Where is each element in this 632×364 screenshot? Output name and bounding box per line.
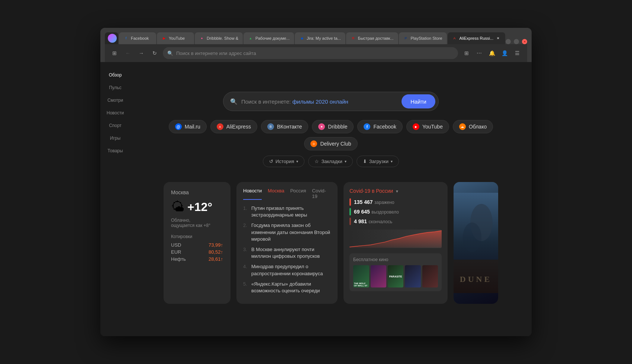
main-menu-icon[interactable]: ☰ (512, 48, 523, 59)
tab-docs[interactable]: ▲ Рабочие докуме... (244, 32, 294, 44)
ali-tab-icon: A (452, 36, 457, 41)
quick-link-delivery[interactable]: D Delivery Club (304, 137, 357, 150)
dribbble-icon: ● (318, 123, 325, 130)
quick-link-aliexpress[interactable]: A AliExpress (210, 120, 257, 133)
tab-yandex[interactable]: Я Быстрая доставк... (346, 32, 398, 44)
poster-other[interactable] (422, 265, 438, 287)
tab-close-icon[interactable]: ✕ (496, 36, 501, 41)
tab-dribbble[interactable]: ● Dribbble. Show & (195, 32, 243, 44)
extensions-icon[interactable]: ⊞ (461, 48, 472, 59)
quick-link-dribbble[interactable]: ● Dribbble (312, 120, 354, 133)
back-button[interactable]: ← (123, 48, 133, 58)
eur-label: EUR (171, 249, 181, 255)
deaths-info: 4 981 скончалось (354, 218, 392, 225)
recovered-dot (349, 208, 351, 215)
bookmarks-button[interactable]: ☆ Закладки ▾ (308, 156, 352, 167)
covid-stat-recovered: 69 645 выздоровело (349, 208, 442, 215)
news-tab-russia[interactable]: Россия (290, 188, 306, 200)
news-tab-covid[interactable]: Covid-19 (312, 188, 331, 200)
quick-link-facebook[interactable]: f Facebook (357, 120, 402, 133)
more-menu-icon[interactable]: ⋯ (474, 48, 485, 59)
sidebar-item-sport[interactable]: Спорт (100, 120, 130, 131)
quick-link-vk-label: ВКонтакте (277, 124, 302, 130)
tab-yandex-label: Быстрая доставк... (358, 36, 394, 40)
quick-link-youtube[interactable]: ▶ YouTube (406, 120, 449, 133)
tab-jira[interactable]: ◆ Jira: My active ta... (295, 32, 345, 44)
list-item[interactable]: 4. Минздрав предупредил о распространени… (243, 263, 331, 277)
tab-facebook[interactable]: f Facebook (119, 32, 156, 44)
address-bar[interactable]: 🔍 Поиск в интернете или адрес сайта (163, 47, 458, 59)
address-row: ⊞ ← → ↻ 🔍 Поиск в интернете или адрес са… (105, 44, 527, 62)
svg-point-2 (463, 222, 481, 252)
movie-poster-dune[interactable]: DUNE (454, 182, 498, 304)
sidebar-item-watch[interactable]: Смотри (100, 95, 130, 106)
list-item[interactable]: 5. «Яндекс.Карты» добавили возможность о… (243, 281, 331, 294)
poster-wolf-of-wallstreet[interactable]: THE WOLF OF WALL ST (353, 265, 369, 287)
browser-window: f Facebook ▶ YouTube ● Dribbble. Show & … (100, 28, 532, 336)
history-button[interactable]: ↺ История ▾ (263, 156, 304, 167)
recovered-num: 69 645 (354, 209, 370, 215)
tab-playstation[interactable]: P PlayStation Store (399, 32, 447, 44)
quick-link-dribbble-label: Dribbble (328, 124, 347, 130)
quick-link-vk[interactable]: В ВКонтакте (261, 120, 308, 133)
tab-aliexpress[interactable]: A AliExpress Russi... ✕ (448, 32, 506, 44)
poster-parasite-text: PARASITE (389, 275, 402, 278)
oil-value: 28,61↑ (209, 256, 223, 262)
covid-chevron-icon[interactable]: ▾ (396, 189, 398, 194)
news-list: 1. Путин призвал принять экстраординарны… (243, 205, 331, 294)
account-icon[interactable]: 👤 (499, 48, 510, 59)
tab-arc[interactable] (105, 32, 118, 44)
oil-label: Нефть (171, 256, 186, 262)
search-input[interactable]: Поиск в интернете: фильмы 2020 онлайн (241, 98, 398, 105)
news-num-5: 5. (243, 281, 248, 294)
notifications-icon[interactable]: 🔔 (486, 48, 497, 59)
browser-content: Обзор Пульс Смотри Новости Спорт Игры То… (100, 62, 532, 336)
address-text: Поиск в интернете или адрес сайта (176, 51, 256, 56)
news-num-2: 2. (243, 222, 248, 243)
list-item[interactable]: 3. В Москве аннулируют почти миллион циф… (243, 246, 331, 260)
search-icon: 🔍 (230, 98, 238, 105)
quick-link-facebook-label: Facebook (373, 124, 396, 130)
sidebar-item-pulse[interactable]: Пульс (100, 82, 130, 93)
downloads-button[interactable]: ⬇ Загрузки ▾ (357, 156, 399, 167)
history-chevron: ▾ (296, 159, 298, 163)
covid-title-text: Covid-19 в России (349, 188, 393, 194)
history-row: ↺ История ▾ ☆ Закладки ▾ ⬇ Загрузки ▾ (263, 156, 399, 167)
weather-city: Москва (171, 189, 223, 195)
minimize-button[interactable] (506, 39, 511, 44)
deaths-label: скончалось (369, 219, 393, 224)
sidebar-item-overview[interactable]: Обзор (100, 69, 130, 81)
list-item[interactable]: 2. Госдума приняла закон об изменении да… (243, 222, 331, 243)
weather-description: Облачно, (171, 218, 223, 223)
quick-link-youtube-label: YouTube (422, 124, 443, 130)
list-item[interactable]: 1. Путин призвал принять экстраординарны… (243, 205, 331, 218)
grid-icon[interactable]: ⊞ (109, 48, 120, 58)
forward-button[interactable]: → (136, 48, 146, 58)
cards-area: Москва 🌤 +12° Облачно, ощущается как +8°… (164, 182, 498, 315)
reload-button[interactable]: ↻ (149, 48, 160, 58)
sidebar: Обзор Пульс Смотри Новости Спорт Игры То… (100, 62, 130, 336)
search-bar[interactable]: 🔍 Поиск в интернете: фильмы 2020 онлайн … (223, 92, 439, 111)
poster-the-gentlemen[interactable] (405, 265, 420, 287)
maximize-button[interactable] (514, 39, 519, 44)
infected-num: 135 467 (354, 199, 373, 205)
sidebar-item-games[interactable]: Игры (100, 133, 130, 144)
cinema-title: Бесплатное кино (353, 257, 438, 262)
quick-link-oblako[interactable]: ☁ Облако (453, 120, 493, 133)
tab-youtube[interactable]: ▶ YouTube (157, 32, 194, 44)
search-placeholder: Поиск в интернете: (241, 98, 291, 105)
news-tab-novosti[interactable]: Новости (243, 188, 262, 200)
close-button[interactable]: ✕ (522, 39, 527, 44)
downloads-label: Загрузки (369, 159, 388, 164)
quick-link-mailru[interactable]: @ Mail.ru (169, 120, 207, 133)
facebook-tab-icon: f (123, 36, 129, 41)
sidebar-item-news[interactable]: Новости (100, 107, 130, 118)
sidebar-item-goods[interactable]: Товары (100, 145, 130, 156)
browser-chrome: f Facebook ▶ YouTube ● Dribbble. Show & … (100, 28, 532, 62)
weather-icon: 🌤 (171, 199, 184, 215)
search-button[interactable]: Найти (402, 94, 435, 108)
poster-parasite[interactable]: PARASITE (388, 265, 403, 287)
recovered-info: 69 645 выздоровело (354, 208, 399, 215)
poster-birds-of-prey[interactable] (371, 265, 386, 287)
news-tab-moskva[interactable]: Москва (268, 188, 284, 200)
